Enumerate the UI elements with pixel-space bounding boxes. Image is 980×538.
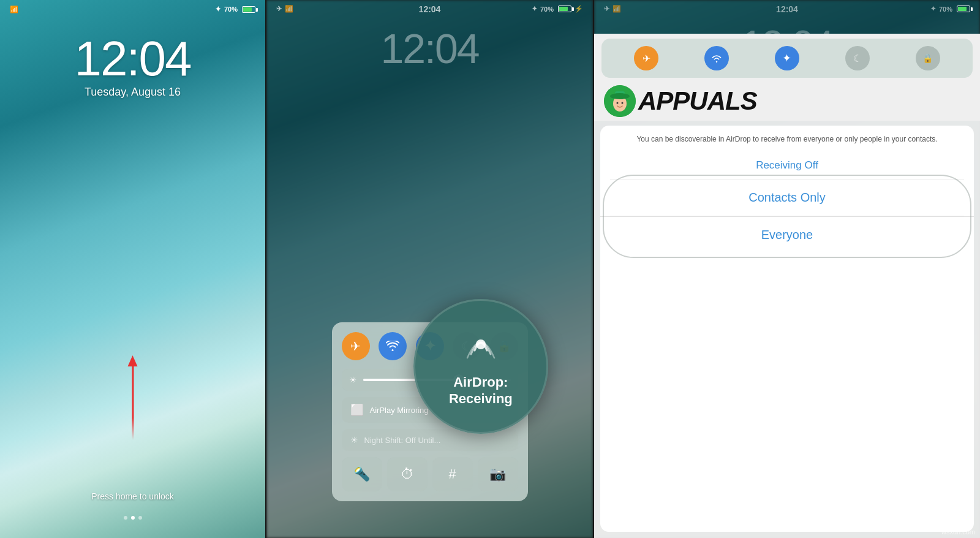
battery-fill-2	[559, 7, 568, 11]
timer-btn[interactable]: ⏱	[387, 457, 428, 491]
wifi-icon: 📶	[10, 6, 18, 13]
status-left-1: 📶	[10, 6, 18, 13]
battery-percent: 70%	[224, 6, 238, 13]
airplane-mode-btn[interactable]: ✈	[342, 332, 370, 360]
bt-icon-3: ✦	[930, 5, 936, 13]
appuals-wordmark: APPUALS	[638, 88, 757, 114]
battery-pct-3: 70%	[939, 6, 952, 13]
panel-airdrop-options: ✈ 📶 12:04 ✦ 70% 12:04 Tuesday, August 16…	[594, 0, 980, 538]
battery-icon-2	[558, 6, 571, 12]
dot-3	[138, 516, 142, 520]
clock-date: Tuesday, August 16	[0, 86, 265, 99]
clock-time: 12:04	[0, 34, 265, 83]
airdrop-options-group: Contacts Only Everyone	[610, 180, 964, 253]
dnd-btn-3[interactable]: ☾	[845, 46, 870, 70]
page-dots	[124, 516, 142, 520]
status-right-3: ✦ 70%	[930, 5, 970, 13]
airdrop-popup-title: AirDrop:Receiving	[449, 374, 513, 407]
airplane-icon-3: ✈	[604, 5, 609, 13]
battery-fill	[243, 7, 252, 12]
airdrop-everyone[interactable]: Everyone	[610, 217, 964, 253]
cc-bottom-row: 🔦 ⏱ # 📷	[342, 457, 518, 491]
battery-icon-3	[957, 6, 970, 12]
p3-time-display: 12:04	[776, 4, 798, 14]
status-bar-2: ✈ 📶 12:04 ✦ 70% ⚡	[266, 0, 593, 15]
wifi-status-icon: 📶	[285, 5, 293, 13]
battery-pct-2: 70%	[540, 6, 554, 13]
airdrop-popup: AirDrop:Receiving	[413, 299, 548, 434]
status-bar-1: 📶 ✦ 70%	[0, 0, 265, 16]
arrow-head	[128, 355, 138, 366]
status-right-1: ✦ 70%	[215, 5, 255, 13]
battery-icon	[242, 6, 255, 13]
airdrop-icon	[462, 326, 499, 369]
brightness-icon: ☀	[349, 375, 357, 385]
airdrop-contacts-only[interactable]: Contacts Only	[610, 180, 964, 216]
nightshift-icon: ☀	[350, 435, 358, 445]
p3-time: 12:04	[776, 4, 798, 14]
cc-top-strip-3: ✈ ✦ ☾ 🔒	[601, 39, 973, 78]
camera-btn[interactable]: 📷	[478, 457, 518, 491]
flashlight-btn[interactable]: 🔦	[342, 457, 382, 491]
charging-icon-2: ⚡	[575, 5, 583, 13]
airplane-status-icon: ✈	[276, 5, 282, 13]
airdrop-options-menu: You can be discoverable in AirDrop to re…	[600, 126, 974, 532]
panel-control-center: ✈ 📶 12:04 ✦ 70% ⚡ 12:04 ✈	[266, 0, 593, 538]
svg-point-7	[622, 102, 624, 104]
airdrop-description: You can be discoverable in AirDrop to re…	[610, 134, 964, 145]
airdrop-receiving-off[interactable]: Receiving Off	[610, 152, 964, 180]
wifi-btn[interactable]	[379, 332, 407, 360]
airplane-btn-3[interactable]: ✈	[634, 46, 658, 70]
cc-time: 12:04	[419, 4, 441, 14]
swipe-up-arrow	[132, 366, 134, 440]
bg-time-2: 12:04	[266, 28, 593, 69]
status-left-3: ✈ 📶	[604, 5, 621, 13]
watermark: wsxdn.com	[941, 528, 975, 536]
wifi-btn-3[interactable]	[704, 46, 729, 70]
lockscreen-time: 12:04 Tuesday, August 16	[0, 34, 265, 99]
dot-2	[131, 516, 135, 520]
bt-icon: ✦	[532, 5, 537, 13]
calculator-btn[interactable]: #	[432, 457, 473, 491]
lock-btn-3[interactable]: 🔒	[916, 46, 940, 70]
nightshift-label: Night Shift: Off Until...	[364, 436, 441, 445]
wifi-icon-3: 📶	[612, 5, 621, 13]
arrow-line	[132, 366, 134, 440]
appuals-header: ✈ ✦ ☾ 🔒	[594, 34, 980, 83]
press-home-label: Press home to unlock	[91, 491, 174, 501]
svg-point-6	[617, 102, 619, 104]
airplay-icon: ⬜	[350, 403, 364, 417]
cc-time-display: 12:04	[419, 4, 441, 14]
panel-lockscreen: 📶 ✦ 70% 12:04 Tuesday, August 16 Press h…	[0, 0, 265, 538]
svg-point-5	[610, 93, 630, 99]
appuals-logo-area: APPUALS	[594, 83, 980, 121]
appuals-mascot	[604, 85, 636, 117]
status-left-2: ✈ 📶	[276, 5, 293, 13]
dot-1	[124, 516, 127, 520]
battery-fill-3	[958, 7, 967, 11]
airdrop-panel-overlay: ✈ ✦ ☾ 🔒	[594, 34, 980, 538]
bluetooth-icon: ✦	[215, 5, 221, 13]
status-bar-3: ✈ 📶 12:04 ✦ 70%	[594, 0, 980, 15]
bt-btn-3[interactable]: ✦	[775, 46, 799, 70]
status-right-2: ✦ 70% ⚡	[532, 5, 583, 13]
airplay-label: AirPlay Mirroring	[370, 406, 429, 415]
